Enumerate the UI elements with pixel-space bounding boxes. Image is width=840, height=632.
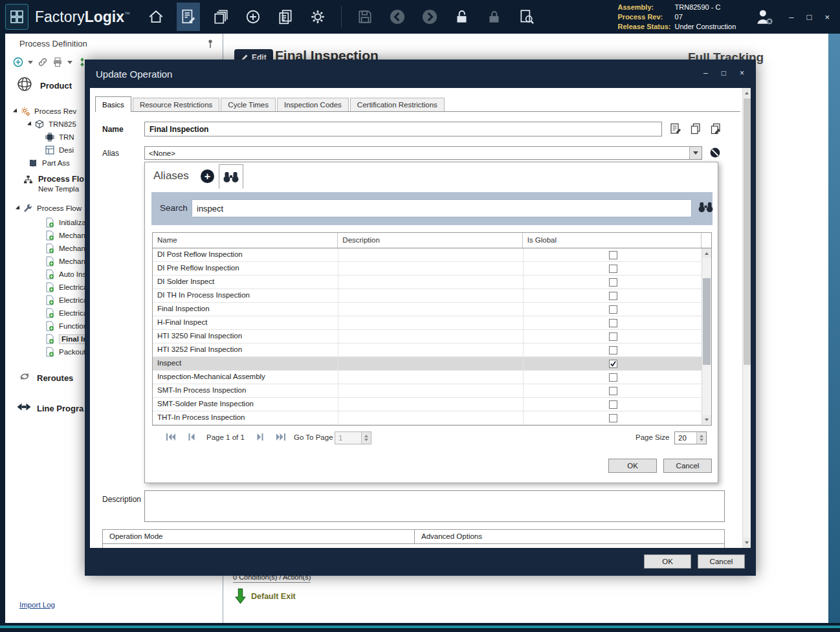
spin-down-icon[interactable] <box>700 439 703 443</box>
user-icon[interactable] <box>751 6 777 28</box>
dropdown-caret-icon[interactable] <box>28 61 33 67</box>
dialog-cancel-button[interactable]: Cancel <box>698 554 745 569</box>
scroll-down-icon[interactable] <box>743 538 751 548</box>
alias-row-di-pre-reflow-inspection[interactable]: DI Pre Reflow Inspection <box>153 262 703 276</box>
is-global-checkbox[interactable] <box>609 414 617 422</box>
alias-row-hti-3250-final-inspection[interactable]: HTI 3250 Final Inspection <box>153 330 703 343</box>
page-size-dropdown[interactable]: 20 <box>674 431 707 444</box>
tab-cycle-times[interactable]: Cycle Times <box>221 98 276 111</box>
materials-icon[interactable] <box>209 3 232 31</box>
alias-row-hti-3252-final-inspection[interactable]: HTI 3252 Final Inspection <box>153 343 703 357</box>
spin-down-icon[interactable] <box>364 439 368 443</box>
tab-basics[interactable]: Basics <box>95 96 131 112</box>
tab-inspection-codes[interactable]: Inspection Codes <box>277 98 349 111</box>
dropdown-arrow-icon[interactable] <box>689 147 702 159</box>
search-tab[interactable] <box>219 164 243 189</box>
back-icon[interactable] <box>386 3 409 31</box>
dialog-scrollbar[interactable] <box>742 88 751 548</box>
is-global-checkbox[interactable] <box>609 319 617 327</box>
copy-edit-icon[interactable] <box>710 123 722 135</box>
spin-up-icon[interactable] <box>364 433 368 437</box>
alias-row-smt-solder-paste-inspection[interactable]: SMT-Solder Paste Inspection <box>153 398 703 411</box>
process-editor-icon[interactable] <box>177 3 200 31</box>
is-global-checkbox[interactable] <box>609 373 617 382</box>
add-alias-button[interactable]: + <box>201 169 214 183</box>
alias-row-inspect[interactable]: Inspect <box>153 357 703 371</box>
spin-up-icon[interactable] <box>700 433 703 437</box>
is-global-checkbox[interactable] <box>609 400 617 409</box>
first-page-icon[interactable] <box>166 433 176 441</box>
column-header-name[interactable]: Name <box>153 233 338 248</box>
description-textarea[interactable] <box>144 490 725 522</box>
dialog-maximize-icon[interactable]: □ <box>722 69 726 77</box>
navigate-icon[interactable] <box>241 3 265 31</box>
rename-form-icon[interactable] <box>670 123 681 135</box>
alias-row-di-solder-inspect[interactable]: DI Solder Inspect <box>153 276 703 289</box>
documents-icon[interactable] <box>274 3 297 31</box>
goto-page-spinner[interactable]: 1 <box>335 431 371 444</box>
dialog-close-icon[interactable]: × <box>740 69 744 77</box>
name-input[interactable] <box>144 122 662 136</box>
window-minimize-icon[interactable]: – <box>789 13 793 21</box>
window-maximize-icon[interactable]: □ <box>807 13 812 21</box>
alias-dropdown[interactable]: <None> <box>144 146 702 160</box>
is-global-checkbox[interactable] <box>609 346 617 354</box>
home-icon[interactable] <box>144 3 168 31</box>
column-header-description[interactable]: Description <box>338 233 522 248</box>
reroutes-section[interactable]: Reroutes <box>18 370 73 386</box>
expand-arrow-icon[interactable] <box>13 108 21 116</box>
scroll-up-icon[interactable] <box>743 88 751 98</box>
scrollbar-thumb[interactable] <box>744 98 751 365</box>
save-icon[interactable] <box>353 3 377 31</box>
column-header-is-global[interactable]: Is Global <box>523 233 702 248</box>
search-input[interactable] <box>192 199 692 217</box>
aliases-cancel-button[interactable]: Cancel <box>663 459 712 473</box>
product-section[interactable]: Product <box>16 75 72 96</box>
process-flow-root-node[interactable]: Process Flow <box>17 202 82 215</box>
aliases-ok-button[interactable]: OK <box>608 459 657 473</box>
scrollbar-thumb[interactable] <box>703 278 711 365</box>
alias-row-final-inspection[interactable]: Final Inspection <box>153 303 703 316</box>
tab-certification-restrictions[interactable]: Certification Restrictions <box>350 98 445 111</box>
link-icon[interactable] <box>38 57 48 67</box>
alias-row-h-final-inspect[interactable]: H-Final Inspect <box>153 316 703 330</box>
scroll-up-icon[interactable] <box>702 248 711 258</box>
is-global-checkbox[interactable] <box>609 292 617 300</box>
pin-icon[interactable] <box>206 39 215 51</box>
lock-icon[interactable] <box>483 3 506 31</box>
scroll-down-icon[interactable] <box>702 415 711 425</box>
document-search-icon[interactable] <box>515 3 538 31</box>
settings-gear-icon[interactable] <box>306 3 329 31</box>
expand-arrow-icon[interactable] <box>27 121 35 129</box>
forward-icon[interactable] <box>418 3 441 31</box>
alias-row-smt-in-process-inspection[interactable]: SMT-In Process Inspection <box>153 384 703 398</box>
alias-row-inspection-mechanical-assembly[interactable]: Inspection-Mechanical Assembly <box>153 371 703 384</box>
is-global-checkbox[interactable] <box>609 360 617 368</box>
is-global-checkbox[interactable] <box>609 265 617 273</box>
is-global-checkbox[interactable] <box>609 332 617 341</box>
process-flow-section[interactable]: Process Flo New Templa <box>23 175 84 194</box>
is-global-checkbox[interactable] <box>609 305 617 314</box>
dialog-ok-button[interactable]: OK <box>644 554 691 569</box>
print-icon[interactable] <box>52 57 63 67</box>
dialog-minimize-icon[interactable]: – <box>703 69 708 77</box>
line-program-section[interactable]: Line Progra <box>17 402 83 414</box>
is-global-checkbox[interactable] <box>609 278 617 287</box>
unlock-icon[interactable] <box>450 3 474 31</box>
copy-icon[interactable] <box>690 123 702 135</box>
dropdown-caret-icon[interactable] <box>67 61 72 67</box>
alias-row-di-th-in-process-inspection[interactable]: DI TH In Process Inspection <box>153 289 703 303</box>
search-binoculars-icon[interactable] <box>698 201 714 215</box>
is-global-checkbox[interactable] <box>609 387 617 395</box>
default-exit[interactable]: Default Exit <box>235 587 296 605</box>
alias-row-tht-in-process-inspection[interactable]: THT-In Process Inspection <box>153 411 703 425</box>
import-log-link[interactable]: Import Log <box>19 601 55 609</box>
clear-alias-icon[interactable] <box>709 147 721 158</box>
tab-resource-restrictions[interactable]: Resource Restrictions <box>133 98 219 111</box>
next-page-icon[interactable] <box>255 433 265 441</box>
add-circle-icon[interactable] <box>13 57 23 67</box>
window-close-icon[interactable]: × <box>824 13 830 21</box>
is-global-checkbox[interactable] <box>609 251 617 259</box>
last-page-icon[interactable] <box>276 433 286 441</box>
table-scrollbar[interactable] <box>702 248 711 425</box>
